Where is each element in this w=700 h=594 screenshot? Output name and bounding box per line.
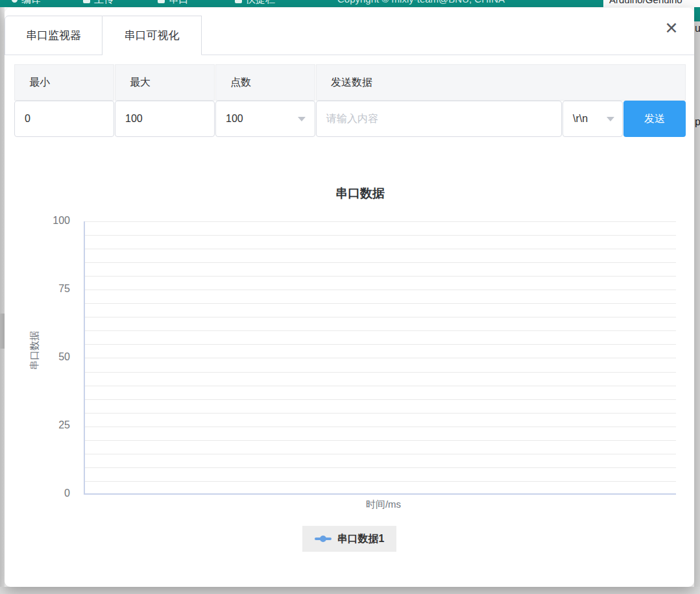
compile-icon: [12, 0, 18, 3]
serial-settings-form: 最小 最大 点数 发送数据 0 100 100 请输入内容 \r\n: [14, 64, 686, 137]
clipped-letter-p: p: [695, 116, 700, 128]
toolbar-item-label: 快捷栏: [246, 0, 275, 5]
line-series-icon: [315, 536, 332, 542]
chart-title: 串口数据: [295, 185, 425, 202]
chart-plot-area: [84, 221, 676, 495]
tab-label: 串口可视化: [125, 28, 180, 43]
toolbar-item-label: 串口: [169, 0, 188, 5]
serial-dialog: 串口监视器 串口可视化 ✕ 最小 最大 点数 发送数据 0 100 100: [5, 8, 694, 587]
y-tick-25: 25: [40, 419, 70, 432]
upload-icon: [83, 0, 90, 3]
line-ending-select[interactable]: \r\n: [562, 101, 623, 137]
chevron-down-icon: [298, 117, 306, 121]
screen: 编译 上传 串口 快捷栏 Copyright © mixly-team@BNU,…: [0, 0, 700, 594]
send-data-placeholder: 请输入内容: [326, 112, 378, 126]
toolbar-item-label: 编译: [21, 0, 41, 5]
toolbar-item-upload[interactable]: 上传: [83, 0, 114, 5]
form-header-row: 最小 最大 点数 发送数据: [14, 64, 686, 101]
points-header: 点数: [215, 64, 315, 101]
form-input-row: 0 100 100 请输入内容 \r\n 发送: [14, 101, 686, 137]
background-divider: [0, 314, 5, 349]
x-axis-name: 时间/ms: [319, 499, 448, 511]
legend-item-serial-data-1[interactable]: 串口数据1: [302, 526, 396, 552]
line-ending-value: \r\n: [573, 113, 588, 125]
min-header: 最小: [14, 64, 114, 101]
copyright-text: Copyright © mixly-team@BNU, CHINA: [337, 0, 505, 5]
tab-label: 串口监视器: [26, 28, 81, 43]
max-input[interactable]: 100: [115, 101, 215, 137]
points-select[interactable]: 100: [215, 101, 315, 137]
toolbar-edge: [694, 7, 700, 21]
y-tick-50: 50: [40, 351, 70, 364]
background-left-strip: [0, 7, 5, 587]
toolbar-item-label: 上传: [94, 0, 114, 5]
panel-icon: [235, 0, 242, 3]
tab-serial-monitor[interactable]: 串口监视器: [5, 16, 103, 55]
points-select-value: 100: [226, 113, 243, 125]
y-tick-0: 0: [40, 488, 70, 501]
close-icon[interactable]: ✕: [662, 19, 681, 37]
chevron-down-icon: [607, 117, 614, 121]
serial-icon: [158, 0, 165, 3]
send-data-input[interactable]: 请输入内容: [316, 101, 562, 137]
toolbar-item-serial[interactable]: 串口: [158, 0, 188, 5]
y-axis-name: 串口数据: [29, 331, 41, 370]
min-input[interactable]: 0: [14, 101, 114, 137]
app-toolbar: 编译 上传 串口 快捷栏 Copyright © mixly-team@BNU,…: [0, 0, 700, 7]
toolbar-item-compile[interactable]: 编译: [12, 0, 41, 5]
y-tick-75: 75: [40, 283, 70, 296]
y-tick-100: 100: [40, 215, 70, 228]
max-header: 最大: [115, 64, 215, 101]
send-data-group: 请输入内容 \r\n 发送: [316, 101, 686, 137]
tab-serial-visualization[interactable]: 串口可视化: [103, 16, 202, 55]
toolbar-item-panel[interactable]: 快捷栏: [235, 0, 275, 5]
send-data-header: 发送数据: [316, 64, 686, 101]
dialog-tabs: 串口监视器 串口可视化 ✕: [5, 8, 694, 55]
background-right-strip: u p: [694, 7, 700, 594]
legend-label: 串口数据1: [337, 532, 385, 546]
background-bottom-strip: [0, 587, 700, 594]
clipped-letter-u: u: [695, 23, 700, 34]
board-select-dropdown[interactable]: Arduino/Genuino: [603, 0, 700, 7]
send-button[interactable]: 发送: [623, 101, 686, 137]
